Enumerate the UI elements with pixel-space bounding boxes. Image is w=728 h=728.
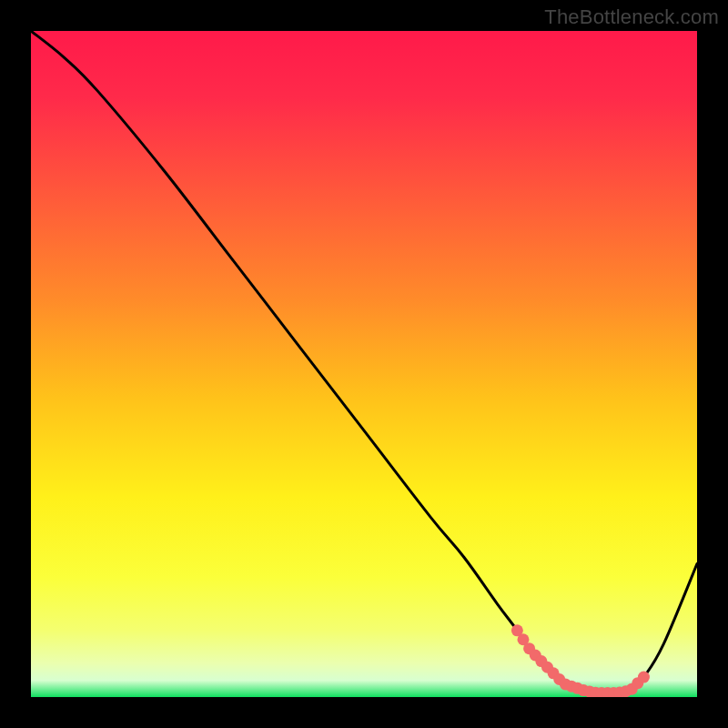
watermark-label: TheBottleneck.com [544, 5, 719, 29]
chart-plot-area [31, 31, 697, 697]
valley-marker-dot [638, 672, 650, 683]
bottleneck-curve [31, 31, 697, 693]
chart-curve-layer [31, 31, 697, 697]
